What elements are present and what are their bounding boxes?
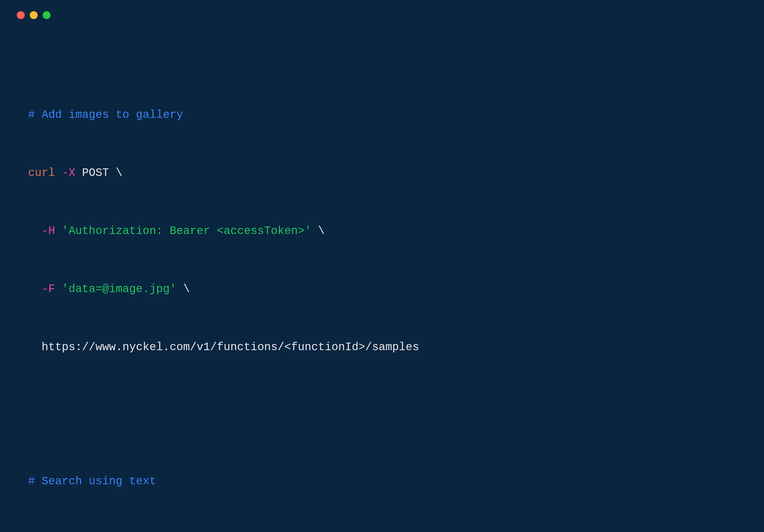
minimize-icon[interactable] [30, 11, 38, 19]
flag: -X [62, 167, 75, 179]
comment: # Search using text [28, 475, 156, 488]
code-line: https://www.nyckel.com/v1/functions/<fun… [28, 336, 736, 358]
backslash: \ [116, 167, 122, 179]
url: https://www.nyckel.com/v1/functions/<fun… [42, 341, 419, 353]
close-icon[interactable] [17, 11, 25, 19]
code-line: curl -X POST \ [28, 162, 736, 184]
titlebar [0, 0, 764, 25]
code-line: -H 'Authorization: Bearer <accessToken>'… [28, 220, 736, 242]
code-area[interactable]: # Add images to gallery curl -X POST \ -… [0, 25, 764, 532]
backslash: \ [318, 225, 325, 237]
flag: -F [42, 283, 55, 296]
comment: # Add images to gallery [28, 109, 183, 121]
command: curl [28, 167, 55, 179]
flag: -H [42, 225, 55, 237]
string: 'Authorization: Bearer <accessToken>' [62, 225, 311, 237]
code-line: # Add images to gallery [28, 104, 736, 126]
code-line: curl -X POST \ [28, 528, 736, 532]
method: POST [82, 167, 109, 179]
code-line: # Search using text [28, 470, 736, 492]
terminal-window: # Add images to gallery curl -X POST \ -… [0, 0, 764, 532]
backslash: \ [183, 283, 190, 296]
maximize-icon[interactable] [43, 11, 51, 19]
string: 'data=@image.jpg' [62, 283, 176, 296]
blank-line [28, 394, 736, 416]
code-line: -F 'data=@image.jpg' \ [28, 278, 736, 300]
